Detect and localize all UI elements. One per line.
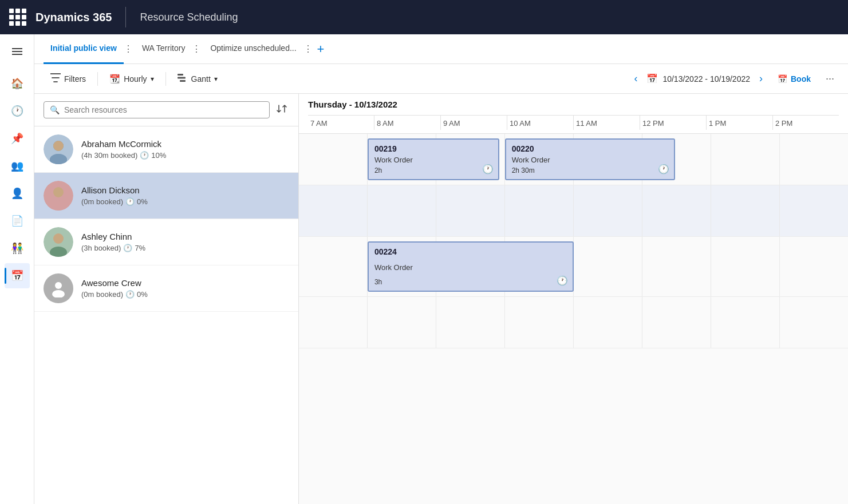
tab-dots-wa[interactable]: ⋮ [192,43,201,54]
wo-footer-00219: 2h 🕐 [374,166,492,174]
resource-item-abraham[interactable]: Abraham McCormick (4h 30m booked) 🕐 10% [34,126,298,173]
sidebar-item-recent[interactable]: 🕐 [5,98,30,124]
resource-meta-abraham: (4h 30m booked) 🕐 10% [81,151,289,160]
toolbar: Filters 📆 Hourly ▾ Gantt ▾ ‹ 📅 10/13/202… [34,64,848,94]
gantt-row-bg-awesome-crew [299,297,848,348]
next-date-button[interactable]: › [755,70,767,87]
gantt-body: 00219 Work Order 2h 🕐 00220 Work Order [299,134,848,504]
gantt-button[interactable]: Gantt ▾ [171,70,224,87]
svg-rect-2 [180,80,186,82]
search-input[interactable] [64,105,263,114]
sidebar-item-contacts[interactable]: 👥 [5,153,30,178]
hourly-label: Hourly [124,74,147,84]
date-range-label: 10/13/2022 - 10/19/2022 [662,74,750,84]
time-col-1pm: 1 PM [706,116,772,130]
date-navigation: ‹ 📅 10/13/2022 - 10/19/2022 › [629,70,767,87]
resource-item-ashley[interactable]: Ashley Chinn (3h booked) 🕐 7% [34,219,298,265]
calendar-icon-date: 📅 [646,73,658,84]
resource-list: Abraham McCormick (4h 30m booked) 🕐 10% [34,126,298,504]
wo-duration-00220: 2h 30m [512,166,535,174]
hourly-button[interactable]: 📆 Hourly ▾ [102,70,160,88]
time-col-12pm: 12 PM [640,116,706,130]
hamburger-menu[interactable] [5,39,30,64]
wo-duration-00219: 2h [374,166,382,174]
prev-date-button[interactable]: ‹ [629,70,642,87]
tab-label-initial: Initial public view [50,43,117,53]
gantt-row-ashley: 00224 Work Order 3h 🕐 [299,237,848,297]
app-title: Dynamics 365 [36,11,112,24]
sort-icon[interactable] [274,101,289,119]
filter-icon [50,73,61,85]
wo-number-00220: 00220 [512,144,668,153]
resource-panel: 🔍 [34,94,299,504]
gantt-time-cols: 7 AM 8 AM 9 AM 10 AM 11 AM 12 PM 1 PM 2 … [308,115,839,130]
resource-info-abraham: Abraham McCormick (4h 30m booked) 🕐 10% [81,139,289,160]
sidebar-item-bookmarks[interactable]: 📌 [5,126,30,151]
gantt-header: Thursday - 10/13/2022 7 AM 8 AM 9 AM 10 … [299,94,848,134]
clock-icon-ashley: 🕐 [123,244,132,252]
sidebar-item-calendar[interactable]: 📅 [5,263,30,288]
resource-info-awesome-crew: Awesome Crew (0m booked) 🕐 0% [81,278,289,299]
work-order-00219[interactable]: 00219 Work Order 2h 🕐 [368,138,499,180]
module-title: Resource Scheduling [140,11,238,23]
bookmark-icon: 📌 [11,132,23,145]
clock-icon-abraham: 🕐 [140,151,149,160]
time-col-11am: 11 AM [573,116,640,130]
recent-icon: 🕐 [11,105,23,117]
resource-item-allison[interactable]: Allison Dickson (0m booked) 🕐 0% [34,173,298,219]
work-order-00224[interactable]: 00224 Work Order 3h 🕐 [368,241,574,292]
gantt-label: Gantt [191,74,211,84]
content-area: Initial public view ⋮ WA Territory ⋮ Opt… [34,34,848,504]
sidebar-item-reports[interactable]: 📄 [5,208,30,233]
resource-item-awesome-crew[interactable]: Awesome Crew (0m booked) 🕐 0% [34,265,298,312]
groups-icon: 👫 [11,242,23,255]
svg-point-12 [53,233,64,244]
svg-point-9 [53,187,64,197]
search-input-wrap[interactable]: 🔍 [44,101,270,118]
time-col-9am: 9 AM [440,116,507,130]
resource-search-bar: 🔍 [34,94,298,126]
main-layout: 🏠 🕐 📌 👥 👤 📄 👫 📅 Initial public view [0,34,848,504]
tab-wa-territory[interactable]: WA Territory [135,34,192,64]
work-order-00220[interactable]: 00220 Work Order 2h 30m 🕐 [505,138,675,180]
calendar-nav-icon: 📅 [11,269,23,282]
resource-info-allison: Allison Dickson (0m booked) 🕐 0% [81,185,289,206]
sidebar-item-home[interactable]: 🏠 [5,71,30,96]
resource-name-abraham: Abraham McCormick [81,139,289,149]
toolbar-more-button[interactable]: ··· [821,70,839,87]
tab-label-optimize: Optimize unscheduled... [210,43,296,53]
svg-rect-0 [178,74,183,76]
gantt-row-allison [299,185,848,237]
contacts-icon: 👥 [11,160,23,172]
resource-info-ashley: Ashley Chinn (3h booked) 🕐 7% [81,232,289,252]
book-button[interactable]: 📅 Book [770,71,819,87]
toolbar-sep-2 [165,72,166,86]
wo-duration-00224: 3h [374,278,382,286]
sidebar-item-groups[interactable]: 👫 [5,236,30,261]
tab-label-wa: WA Territory [142,43,185,53]
reports-icon: 📄 [11,215,23,227]
wo-clock-00220: 🕐 [658,164,669,174]
resource-meta-awesome-crew: (0m booked) 🕐 0% [81,290,289,299]
gantt-row-awesome-crew [299,297,848,348]
tab-optimize[interactable]: Optimize unscheduled... [203,34,303,64]
sidebar-item-add-contact[interactable]: 👤 [5,181,30,206]
hourly-chevron-icon: ▾ [151,75,154,83]
add-tab-button[interactable]: + [313,42,329,57]
avatar-abraham [44,134,73,164]
tab-dots-initial[interactable]: ⋮ [124,43,133,54]
app-grid-icon[interactable] [9,9,26,26]
resource-name-ashley: Ashley Chinn [81,232,289,241]
book-label: Book [791,74,811,84]
wo-type-00224: Work Order [374,263,567,272]
resource-name-awesome-crew: Awesome Crew [81,278,289,288]
avatar-awesome-crew [44,273,73,303]
add-contact-icon: 👤 [11,187,23,200]
resource-meta-ashley: (3h booked) 🕐 7% [81,244,289,252]
filters-button[interactable]: Filters [44,70,93,88]
svg-rect-1 [178,77,186,79]
svg-point-15 [52,290,65,297]
tab-dots-optimize[interactable]: ⋮ [303,43,313,54]
scheduling-area: 🔍 [34,94,848,504]
tab-initial-public-view[interactable]: Initial public view [44,34,124,64]
